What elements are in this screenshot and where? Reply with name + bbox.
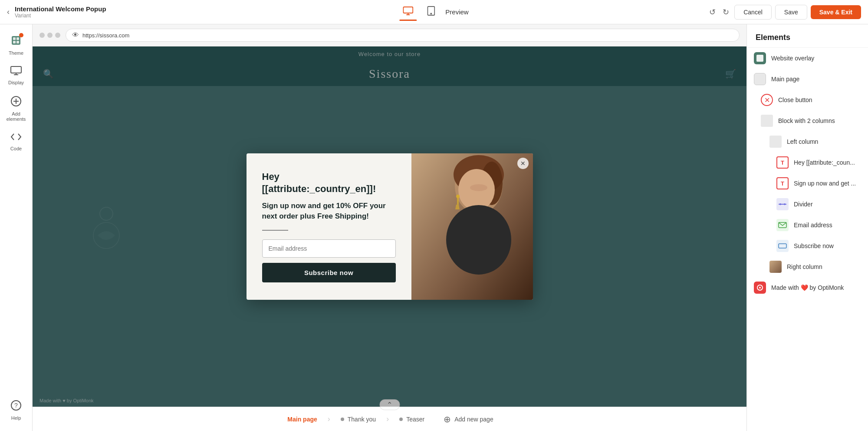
top-bar-left: ‹ International Welcome Popup Variant: [7, 5, 434, 19]
code-icon: [10, 132, 22, 144]
popup-email-input[interactable]: [262, 239, 396, 258]
popup-right-column: [411, 153, 533, 300]
svg-rect-29: [457, 198, 459, 205]
svg-rect-31: [756, 55, 763, 62]
theme-badge: [19, 33, 23, 37]
browser-dot-yellow: [47, 33, 53, 38]
desktop-view-button[interactable]: [399, 5, 417, 20]
popup-divider: [262, 230, 288, 231]
svg-rect-5: [12, 36, 20, 45]
add-icon: [10, 96, 22, 109]
panel-item-optimonk[interactable]: Made with ❤️ by OptiMonk: [747, 277, 868, 298]
panel-item-right-column-label: Right column: [787, 263, 822, 270]
url-eye-icon: 👁: [72, 31, 79, 39]
page-title: International Welcome Popup: [15, 5, 106, 13]
popup-modal: Hey [[attribute:_country_en]]! Sign up n…: [247, 153, 533, 300]
panel-item-sign-up-label: Sign up now and get ...: [794, 180, 856, 187]
sidebar-item-help[interactable]: ? Help: [2, 396, 30, 424]
left-column-icon: [769, 136, 782, 148]
tab-separator-1: ›: [328, 414, 330, 424]
add-page-label: Add new page: [454, 416, 493, 423]
title-area: International Welcome Popup Variant: [15, 5, 106, 19]
panel-item-main-page-label: Main page: [771, 76, 799, 83]
svg-rect-7: [16, 37, 19, 40]
sidebar-item-add[interactable]: Add elements: [2, 92, 30, 125]
page-subtitle: Variant: [15, 13, 106, 19]
right-column-icon: [769, 261, 782, 273]
panel-item-close-button[interactable]: ✕ Close button: [747, 90, 868, 110]
panel-item-divider[interactable]: Divider: [747, 194, 868, 215]
website-preview: Welcome to our store 🔍 Sissora 🛒: [33, 46, 746, 407]
url-text: https://sissora.com: [82, 32, 129, 39]
tablet-view-button[interactable]: [424, 4, 438, 20]
panel-item-optimonk-label: Made with ❤️ by OptiMonk: [771, 284, 844, 291]
svg-point-27: [470, 184, 487, 191]
popup-woman-image: [411, 153, 533, 300]
redo-button[interactable]: ↻: [721, 6, 731, 19]
display-icon: [10, 66, 22, 78]
sidebar-item-theme-label: Theme: [9, 50, 23, 56]
panel-item-main-page[interactable]: Main page: [747, 69, 868, 90]
preview-button[interactable]: Preview: [445, 8, 468, 16]
panel-item-left-column-label: Left column: [787, 138, 818, 145]
svg-rect-36: [779, 244, 786, 248]
sidebar-item-display[interactable]: Display: [2, 63, 30, 89]
undo-button[interactable]: ↺: [707, 6, 717, 19]
popup-subscribe-button[interactable]: Subscribe now: [262, 263, 396, 282]
panel-item-email[interactable]: Email address: [747, 215, 868, 235]
add-new-page-button[interactable]: ⊕ Add new page: [435, 411, 502, 428]
svg-point-4: [431, 13, 431, 14]
tab-dot-thankyou: [341, 418, 344, 421]
panel-item-subscribe[interactable]: Subscribe now: [747, 235, 868, 256]
save-exit-button[interactable]: Save & Exit: [811, 5, 861, 19]
svg-point-26: [446, 205, 511, 275]
popup-heading: Hey [[attribute:_country_en]]!: [262, 171, 396, 196]
panel-item-hey-attr[interactable]: T Hey [[attribute:_coun...: [747, 152, 868, 173]
hey-attr-icon: T: [776, 156, 789, 169]
email-icon: [776, 219, 789, 231]
website-overlay-icon: [754, 52, 766, 64]
browser-dot-green: [55, 33, 60, 38]
panel-item-right-column[interactable]: Right column: [747, 256, 868, 277]
tab-thank-you[interactable]: Thank you: [330, 412, 386, 426]
add-page-icon: ⊕: [444, 414, 451, 424]
sidebar-item-code[interactable]: Code: [2, 129, 30, 155]
top-bar-center: Preview: [399, 4, 468, 20]
canvas-area: 👁 https://sissora.com Welcome to our sto…: [33, 24, 746, 431]
panel-item-email-label: Email address: [794, 222, 832, 229]
panel-item-website-overlay-label: Website overlay: [771, 55, 814, 62]
tab-teaser[interactable]: Teaser: [389, 412, 435, 426]
panel-item-hey-label: Hey [[attribute:_coun...: [794, 159, 855, 166]
popup-close-button[interactable]: ✕: [517, 158, 529, 169]
svg-rect-0: [403, 7, 413, 13]
panel-item-block-2col[interactable]: Block with 2 columns: [747, 110, 868, 131]
elements-panel-header: Elements: [747, 24, 868, 48]
popup-overlay: Hey [[attribute:_country_en]]! Sign up n…: [33, 46, 746, 407]
popup-left-column: Hey [[attribute:_country_en]]! Sign up n…: [247, 153, 411, 300]
svg-point-28: [456, 195, 460, 198]
cancel-button[interactable]: Cancel: [734, 5, 772, 20]
svg-rect-10: [11, 66, 21, 73]
subscribe-icon: [776, 240, 789, 252]
theme-icon: [10, 35, 22, 49]
save-button[interactable]: Save: [775, 5, 807, 20]
back-button[interactable]: ‹: [7, 7, 10, 17]
divider-icon: [776, 198, 789, 210]
tab-main-page[interactable]: Main page: [277, 412, 327, 426]
sidebar-item-display-label: Display: [8, 80, 24, 85]
svg-rect-9: [16, 41, 19, 43]
panel-item-website-overlay[interactable]: Website overlay: [747, 48, 868, 69]
sign-up-icon: T: [776, 177, 789, 189]
browser-url-bar[interactable]: 👁 https://sissora.com: [66, 29, 740, 42]
main-page-icon: [754, 73, 766, 85]
panel-item-left-column[interactable]: Left column: [747, 131, 868, 152]
sidebar-item-add-label: Add elements: [4, 111, 28, 122]
tab-thankyou-label: Thank you: [348, 416, 376, 423]
panel-item-sign-up[interactable]: T Sign up now and get ...: [747, 173, 868, 194]
panel-item-close-label: Close button: [778, 96, 812, 103]
tab-teaser-label: Teaser: [406, 416, 424, 423]
browser-dots: [39, 33, 60, 38]
top-bar: ‹ International Welcome Popup Variant Pr…: [0, 0, 868, 24]
sidebar-item-theme[interactable]: Theme: [2, 31, 30, 59]
top-bar-right: ↺ ↻ Cancel Save Save & Exit: [434, 5, 861, 20]
